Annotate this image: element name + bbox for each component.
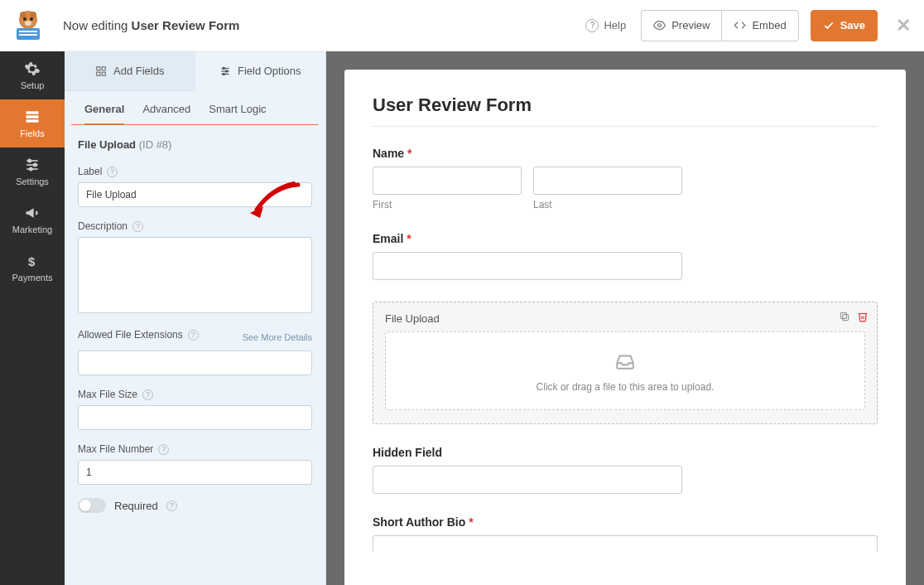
last-name-input[interactable] — [533, 167, 682, 195]
eye-icon — [653, 19, 666, 31]
sidenav-setup-label: Setup — [21, 80, 45, 90]
description-input[interactable] — [78, 237, 312, 313]
svg-point-1 — [20, 12, 26, 18]
field-heading-name: File Upload — [78, 138, 136, 151]
svg-point-5 — [25, 21, 31, 26]
svg-rect-22 — [97, 72, 100, 75]
email-label: Email * — [373, 232, 878, 245]
hidden-label: Hidden Field — [373, 446, 878, 459]
sidenav-fields[interactable]: Fields — [0, 99, 65, 147]
form-preview: User Review Form Name * First Last Email… — [344, 70, 906, 585]
editing-label: Now editing User Review Form — [63, 18, 239, 32]
bullhorn-icon — [24, 205, 41, 221]
bio-label: Short Author Bio * — [373, 515, 878, 529]
embed-button[interactable]: Embed — [721, 10, 798, 41]
svg-point-18 — [30, 167, 32, 170]
sidenav-payments[interactable]: $ Payments — [0, 244, 65, 292]
file-upload-field[interactable]: File Upload Click or drag a file to this… — [373, 302, 878, 424]
preview-title: User Review Form — [373, 94, 878, 116]
description-label: Description ? — [78, 220, 312, 232]
help-icon[interactable]: ? — [107, 167, 118, 177]
required-label: Required — [114, 500, 158, 512]
max-number-label-text: Max File Number — [78, 443, 153, 455]
divider — [373, 126, 878, 127]
app-logo — [8, 6, 48, 46]
hidden-input[interactable] — [373, 466, 682, 494]
sliders-icon — [219, 65, 231, 77]
trash-icon[interactable] — [857, 311, 869, 322]
preview-button[interactable]: Preview — [641, 10, 721, 41]
svg-rect-10 — [26, 111, 39, 114]
allowed-ext-label: Allowed File Extensions ? — [78, 329, 199, 341]
bio-input[interactable] — [373, 535, 878, 552]
help-icon[interactable]: ? — [158, 444, 169, 455]
max-number-label: Max File Number ? — [78, 443, 312, 455]
max-number-input[interactable] — [78, 460, 312, 485]
tab-add-fields-label: Add Fields — [113, 65, 164, 77]
sliders-icon — [24, 157, 41, 173]
email-field[interactable]: Email * — [373, 232, 878, 280]
max-size-input[interactable] — [78, 405, 312, 430]
bio-field[interactable]: Short Author Bio * — [373, 515, 878, 552]
svg-rect-11 — [26, 115, 39, 118]
close-button[interactable]: ✕ — [896, 15, 911, 36]
help-icon[interactable]: ? — [132, 221, 143, 232]
svg-rect-21 — [102, 66, 105, 70]
last-sublabel: Last — [533, 199, 682, 210]
sidenav-setup[interactable]: Setup — [0, 51, 65, 99]
check-icon — [823, 20, 835, 31]
subtab-general[interactable]: General — [84, 103, 124, 125]
duplicate-icon[interactable] — [839, 311, 850, 322]
svg-point-28 — [226, 70, 228, 71]
max-size-row: Max File Size ? — [78, 389, 312, 430]
svg-point-29 — [223, 73, 224, 75]
subtab-advanced[interactable]: Advanced — [142, 103, 190, 124]
help-link[interactable]: ? Help — [585, 19, 626, 32]
svg-point-16 — [28, 159, 31, 162]
tab-field-options[interactable]: Field Options — [195, 51, 326, 91]
email-input[interactable] — [373, 252, 682, 280]
sub-tabs: General Advanced Smart Logic — [71, 91, 319, 125]
upload-text: Click or drag a file to this area to upl… — [394, 381, 856, 393]
hidden-field[interactable]: Hidden Field — [373, 446, 878, 494]
svg-point-3 — [23, 17, 26, 21]
field-id: (ID #8) — [139, 138, 172, 151]
max-size-label-text: Max File Size — [78, 389, 137, 400]
svg-point-2 — [30, 12, 36, 18]
description-label-text: Description — [78, 220, 128, 232]
help-icon[interactable]: ? — [188, 330, 199, 341]
sidenav-settings-label: Settings — [16, 176, 49, 186]
main-area: Setup Fields Settings Marketing $ Paymen… — [0, 51, 924, 585]
max-number-row: Max File Number ? — [78, 443, 312, 485]
svg-rect-30 — [843, 315, 849, 321]
svg-point-9 — [658, 24, 662, 27]
allowed-ext-input[interactable] — [78, 351, 312, 375]
required-toggle[interactable] — [78, 498, 106, 513]
sidenav-fields-label: Fields — [20, 128, 44, 138]
svg-rect-8 — [19, 34, 37, 36]
svg-point-27 — [223, 67, 224, 69]
help-label: Help — [604, 19, 626, 31]
label-label: Label ? — [78, 166, 312, 177]
upload-zone[interactable]: Click or drag a file to this area to upl… — [385, 331, 865, 410]
save-button-label: Save — [840, 19, 865, 31]
save-button[interactable]: Save — [811, 10, 878, 41]
help-icon[interactable]: ? — [166, 500, 177, 511]
sidenav-settings[interactable]: Settings — [0, 147, 65, 196]
first-name-input[interactable] — [373, 167, 522, 195]
name-field[interactable]: Name * First Last — [373, 147, 878, 210]
svg-text:$: $ — [28, 254, 36, 268]
tab-add-fields[interactable]: Add Fields — [65, 51, 195, 91]
field-actions — [839, 311, 869, 322]
svg-rect-23 — [102, 72, 105, 75]
file-upload-label: File Upload — [385, 312, 865, 325]
label-input[interactable] — [78, 182, 312, 207]
help-icon[interactable]: ? — [142, 389, 153, 400]
svg-rect-31 — [840, 312, 846, 318]
grid-icon — [95, 65, 107, 77]
subtab-smart-logic[interactable]: Smart Logic — [209, 103, 266, 124]
sidenav-marketing[interactable]: Marketing — [0, 196, 65, 244]
sidenav-marketing-label: Marketing — [12, 225, 52, 234]
left-tabs: Add Fields Field Options — [65, 51, 325, 91]
see-more-link[interactable]: See More Details — [243, 332, 312, 342]
